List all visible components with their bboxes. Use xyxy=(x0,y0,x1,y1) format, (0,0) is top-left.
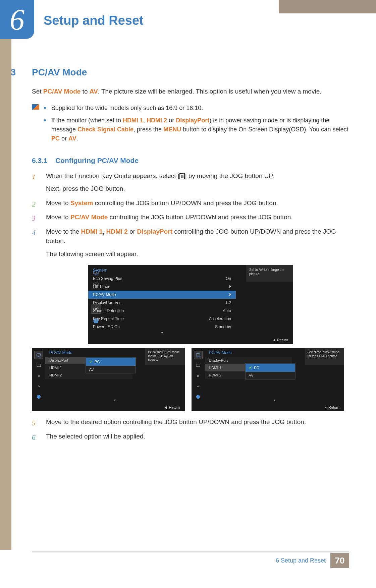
page-footer: 6 Setup and Reset 70 xyxy=(0,551,376,568)
footer-chapter: 6 Setup and Reset xyxy=(276,557,326,564)
osd-row-label: Power LED On xyxy=(93,325,120,329)
check-icon: ✔ xyxy=(249,365,252,370)
osd-row: Source DetectionAuto xyxy=(88,307,236,315)
note-list: Supplied for the wide models only such a… xyxy=(42,104,349,146)
osd-sidebar xyxy=(192,351,205,403)
subsection-heading: 6.3.1 Configuring PC/AV Mode xyxy=(32,157,349,165)
osd-row-label: Key Repeat Time xyxy=(93,316,124,321)
section-heading: 6.3 PC/AV Mode xyxy=(0,67,376,78)
step-number: 1 xyxy=(32,171,36,182)
svg-point-15 xyxy=(198,386,199,387)
osd-option-item: AV xyxy=(246,372,295,379)
osd-row-value: Acceleration xyxy=(209,316,231,321)
step-item: 3 Move to PC/AV Mode controlling the JOG… xyxy=(32,213,349,222)
osd-row: DisplayPort Ver.1.2 xyxy=(88,299,236,307)
gear-icon xyxy=(194,382,203,391)
osd-row-label: Source Detection xyxy=(93,308,124,313)
chevron-down-icon: ▾ xyxy=(45,398,185,403)
step-item: 5 Move to the desired option controlling… xyxy=(32,417,349,427)
svg-rect-14 xyxy=(198,375,199,376)
osd-row-value: Auto xyxy=(223,308,231,313)
svg-point-10 xyxy=(38,386,39,387)
display-icon xyxy=(194,371,203,380)
left-tan-strip xyxy=(0,0,11,550)
osd-system-menu: i System Eco Saving PlusOnOff TimerPC/AV… xyxy=(88,265,293,344)
osd-sidebar xyxy=(32,351,45,403)
intro-paragraph: Set PC/AV Mode to AV. The picture size w… xyxy=(32,87,349,96)
picture-icon xyxy=(194,361,203,370)
osd-row: Key Repeat TimeAcceleration xyxy=(88,315,236,323)
osd-footer: Return xyxy=(32,403,185,411)
svg-point-16 xyxy=(196,395,200,398)
osd-row-label: DisplayPort Ver. xyxy=(93,300,121,305)
info-icon xyxy=(194,392,203,401)
osd-row-value xyxy=(229,292,231,297)
section-title: PC/AV Mode xyxy=(32,67,87,78)
osd-title: PC/AV Mode xyxy=(45,348,132,357)
step-number: 6 xyxy=(32,432,36,443)
svg-rect-8 xyxy=(37,364,40,367)
osd-footer: Return xyxy=(88,336,293,344)
note-item: Supplied for the wide models only such a… xyxy=(42,104,349,113)
step-item: 6 The selected option will be applied. xyxy=(32,432,349,442)
osd-row-value: On xyxy=(226,276,231,281)
gear-icon xyxy=(34,382,43,391)
osd-help-text: Select the PC/AV mode for the DisplayPor… xyxy=(145,348,185,365)
step-item: 1 When the Function Key Guide appears, s… xyxy=(32,171,349,194)
osd-row-value xyxy=(229,284,231,289)
svg-rect-13 xyxy=(196,364,200,367)
osd-help-text: Select the PC/AV mode for the HDMI 1 sou… xyxy=(305,348,344,365)
osd-option-item: ✔PC xyxy=(86,358,136,366)
subsection-title: Configuring PC/AV Mode xyxy=(55,157,139,165)
chapter-number: 6 xyxy=(10,3,24,37)
osd-pcav-hdmi1: PC/AV Mode DisplayPortHDMI 1HDMI 2 ✔PCAV… xyxy=(192,348,344,411)
osd-row-label: Eco Saving Plus xyxy=(93,276,122,281)
triangle-left-icon xyxy=(273,339,275,342)
osd-row: Eco Saving PlusOn xyxy=(88,275,236,283)
osd-source-item: DisplayPort xyxy=(205,357,292,364)
step-number: 5 xyxy=(32,417,36,428)
header-brown-bar xyxy=(279,0,376,13)
page-number: 70 xyxy=(330,553,349,568)
triangle-right-icon xyxy=(229,293,231,296)
note-icon xyxy=(32,104,42,146)
note-item: If the monitor (when set to HDMI 1, HDMI… xyxy=(42,116,349,143)
header: 6 Setup and Reset xyxy=(0,0,376,39)
info-icon xyxy=(34,392,43,401)
picture-icon xyxy=(34,361,43,370)
osd-row: Power LED OnStand-by xyxy=(88,323,236,331)
monitor-icon xyxy=(194,351,203,359)
subsection-number: 6.3.1 xyxy=(32,157,55,165)
steps-list: 1 When the Function Key Guide appears, s… xyxy=(32,171,349,259)
chevron-down-icon: ▾ xyxy=(205,398,344,403)
osd-option-item: ✔PC xyxy=(246,364,295,372)
osd-pcav-displayport: PC/AV Mode DisplayPortHDMI 1HDMI 2 ✔PCAV… xyxy=(32,348,185,411)
osd-row-label: Off Timer xyxy=(93,284,109,289)
monitor-icon xyxy=(34,351,43,359)
triangle-left-icon xyxy=(325,406,326,409)
chevron-down-icon: ▾ xyxy=(88,331,236,336)
osd-help-text: Set to AV to enlarge the picture. xyxy=(246,265,293,282)
step-number: 3 xyxy=(32,213,36,224)
step-number: 2 xyxy=(32,198,36,210)
steps-list-cont: 5 Move to the desired option controlling… xyxy=(32,417,349,441)
check-icon: ✔ xyxy=(89,359,93,364)
osd-footer: Return xyxy=(192,403,344,411)
note-block: Supplied for the wide models only such a… xyxy=(32,104,349,146)
osd-row-value: Stand-by xyxy=(215,325,231,329)
step-number: 4 xyxy=(32,227,36,238)
osd-row: Off Timer xyxy=(88,283,236,291)
menu-icon: Ⅲ xyxy=(179,173,185,179)
step-item: 2 Move to System controlling the JOG but… xyxy=(32,198,349,208)
triangle-left-icon xyxy=(165,406,167,409)
osd-row-value: 1.2 xyxy=(225,300,231,305)
osd-row-label: PC/AV Mode xyxy=(93,292,116,297)
step-item: 4 Move to the HDMI 1, HDMI 2 or DisplayP… xyxy=(32,227,349,259)
triangle-right-icon xyxy=(229,285,231,288)
svg-point-11 xyxy=(37,395,40,398)
svg-rect-7 xyxy=(37,354,40,356)
display-icon xyxy=(34,371,43,380)
chapter-tab: 6 xyxy=(0,0,34,39)
svg-rect-9 xyxy=(38,375,39,376)
osd-title: System xyxy=(88,265,236,275)
